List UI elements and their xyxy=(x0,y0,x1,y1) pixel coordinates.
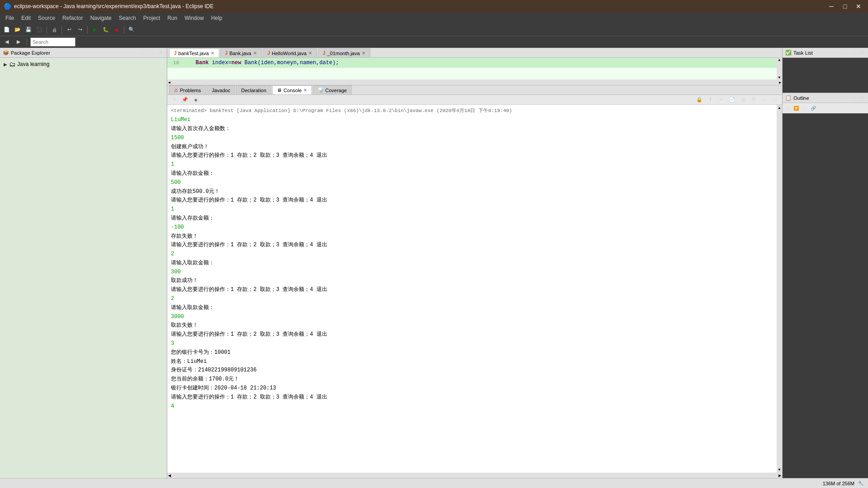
outline-minimize[interactable]: ─ xyxy=(843,95,849,101)
scroll-left-arrow[interactable]: ◀ xyxy=(167,80,171,84)
search-toolbar-button[interactable]: 🔍 xyxy=(127,25,137,35)
menu-edit[interactable]: Edit xyxy=(18,13,34,23)
tab-close-01month[interactable]: ✕ xyxy=(362,51,365,56)
code-editor[interactable]: 18 Bank index=new Bank(iden,moneyn,namen… xyxy=(167,58,782,85)
menu-file[interactable]: File xyxy=(2,13,18,23)
save-button[interactable]: 💾 xyxy=(24,25,33,35)
tab-problems[interactable]: ⚠ Problems xyxy=(169,85,206,94)
console-pin-button[interactable]: 📌 xyxy=(180,95,190,105)
tab-close-banktest[interactable]: ✕ xyxy=(211,51,214,56)
console-line: 请输入您要进行的操作：1 存款；2 取款；3 查询余额；4 退出 xyxy=(171,286,773,295)
tab-helloworld[interactable]: J HelloWorld.java ✕ xyxy=(263,48,317,57)
undo-button[interactable]: ↩ xyxy=(64,25,74,35)
stop-button[interactable]: ■ xyxy=(112,25,122,35)
tab-coverage-icon: 📊 xyxy=(318,88,323,93)
tab-declaration[interactable]: Declaration xyxy=(236,85,271,94)
console-line: 1500 xyxy=(171,134,773,143)
console-hscroll-right[interactable]: ▶ xyxy=(778,474,782,478)
outline-maximize[interactable]: □ xyxy=(851,95,857,101)
tab-close-helloworld[interactable]: ✕ xyxy=(308,51,312,56)
console-area: <terminated> bankTest [Java Application]… xyxy=(167,105,782,478)
package-explorer: 📦 Package Explorer ─ □ ✕ ▶ 🗂 Java learni… xyxy=(0,48,167,478)
tree-item-java-learning[interactable]: ▶ 🗂 Java learning xyxy=(2,60,165,69)
console-stop-button[interactable]: ■ xyxy=(191,95,201,105)
console-hscrollbar[interactable]: ◀ ▶ xyxy=(167,473,782,478)
console-minimize[interactable]: ─ xyxy=(760,95,769,105)
search-input[interactable] xyxy=(30,38,75,47)
outline-collapse[interactable]: − xyxy=(801,104,809,112)
scroll-up-arrow[interactable]: ▲ xyxy=(778,58,781,62)
tab-console[interactable]: 🖥 Console ✕ xyxy=(272,85,312,94)
pe-close-button[interactable]: ✕ xyxy=(157,49,164,56)
tab-label-01month: _01month.java xyxy=(327,51,360,56)
tab-bank[interactable]: J Bank.java ✕ xyxy=(220,48,262,57)
back-button[interactable]: ◀ xyxy=(2,37,12,47)
editor-vscrollbar[interactable]: ▲ ▼ xyxy=(777,58,782,80)
outline-filter[interactable]: 🔽 xyxy=(792,104,800,112)
separator-4 xyxy=(124,26,124,33)
line-number-18: 18 xyxy=(169,60,183,66)
new-button[interactable]: 📄 xyxy=(2,25,12,35)
console-show-console[interactable]: 🖥 xyxy=(738,95,748,105)
console-line: 取款失败！ xyxy=(171,321,773,330)
scroll-right-arrow[interactable]: ▶ xyxy=(778,80,782,84)
menu-run[interactable]: Run xyxy=(164,13,181,23)
tab-close-bank[interactable]: ✕ xyxy=(253,51,257,56)
tab-console-close[interactable]: ✕ xyxy=(303,88,307,93)
console-scroll-up[interactable]: ▲ xyxy=(778,106,781,110)
console-hscroll-left[interactable]: ◀ xyxy=(167,474,172,478)
console-line: 2 xyxy=(171,295,773,304)
console-maximize[interactable]: □ xyxy=(770,95,780,105)
console-scroll-down[interactable]: ▼ xyxy=(778,468,781,472)
main-layout: 📦 Package Explorer ─ □ ✕ ▶ 🗂 Java learni… xyxy=(0,48,868,478)
tab-coverage[interactable]: 📊 Coverage xyxy=(313,85,352,94)
tasklist-maximize[interactable]: □ xyxy=(851,50,857,56)
tab-javadoc[interactable]: Javadoc xyxy=(207,85,235,94)
tab-icon-banktest: J xyxy=(174,51,177,56)
title-bar: 🔵 eclipse-workspace - Java learning/src/… xyxy=(0,0,868,13)
tree-item-label: Java learning xyxy=(17,61,49,67)
pe-maximize-button[interactable]: □ xyxy=(148,49,155,56)
tasklist-close[interactable]: ✕ xyxy=(859,50,865,56)
console-word-wrap[interactable]: ↵ xyxy=(716,95,726,105)
debug-button[interactable]: 🐛 xyxy=(101,25,111,35)
outline-title: Outline xyxy=(793,95,841,101)
separator-2 xyxy=(61,26,62,33)
close-button[interactable]: ✕ xyxy=(853,2,864,11)
console-settings[interactable]: ⚙ xyxy=(749,95,759,105)
forward-button[interactable]: ▶ xyxy=(14,37,24,47)
tab-banktest[interactable]: J bankTest.java ✕ xyxy=(169,48,219,57)
run-button[interactable]: ▶ xyxy=(90,25,100,35)
outline-sort[interactable]: ↕ xyxy=(783,104,792,112)
console-line: 银行卡创建时间：2020-04-18 21:20:13 xyxy=(171,384,773,393)
menu-window[interactable]: Window xyxy=(181,13,208,23)
console-open-file[interactable]: 📄 xyxy=(727,95,737,105)
editor-main: J bankTest.java ✕ J Bank.java ✕ J HelloW… xyxy=(167,48,782,478)
maximize-button[interactable]: □ xyxy=(839,2,851,11)
minimize-button[interactable]: ─ xyxy=(826,2,837,11)
menu-help[interactable]: Help xyxy=(208,13,226,23)
console-clear-button[interactable]: ✕ xyxy=(169,95,179,105)
pe-minimize-button[interactable]: ─ xyxy=(139,49,146,56)
tab-01month[interactable]: J _01month.java ✕ xyxy=(318,48,370,57)
open-button[interactable]: 📂 xyxy=(13,25,23,35)
print-button[interactable]: 🖨 xyxy=(49,25,59,35)
menu-navigate[interactable]: Navigate xyxy=(86,13,115,23)
console-scroll-lock[interactable]: 🔒 xyxy=(694,95,704,105)
menu-search[interactable]: Search xyxy=(115,13,140,23)
menu-project[interactable]: Project xyxy=(140,13,164,23)
scroll-down-arrow[interactable]: ▼ xyxy=(778,75,781,80)
tasklist-minimize[interactable]: ─ xyxy=(843,50,849,56)
editor-hscrollbar[interactable]: ◀ ▶ xyxy=(167,80,782,85)
outline-close[interactable]: ✕ xyxy=(859,95,865,101)
redo-button[interactable]: ↪ xyxy=(75,25,85,35)
tab-console-icon: 🖥 xyxy=(277,88,282,93)
save-all-button[interactable]: ⬛ xyxy=(34,25,44,35)
menu-refactor[interactable]: Refactor xyxy=(59,13,86,23)
outline-link[interactable]: 🔗 xyxy=(809,104,817,112)
console-scroll-end[interactable]: ⬇ xyxy=(705,95,715,105)
console-line: 请输入取款金额： xyxy=(171,304,773,313)
console-vscrollbar[interactable]: ▲ ▼ xyxy=(777,105,782,473)
gc-button[interactable]: 🔧 xyxy=(857,480,864,487)
menu-source[interactable]: Source xyxy=(34,13,59,23)
